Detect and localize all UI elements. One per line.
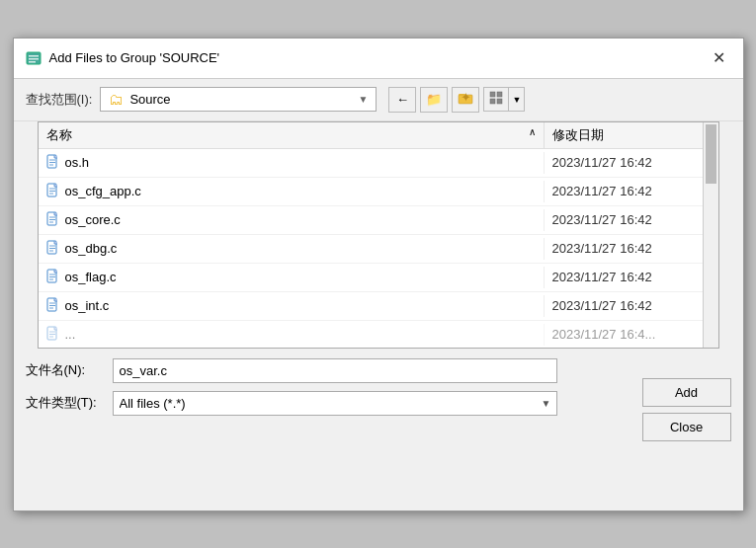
svg-rect-2 xyxy=(29,58,39,60)
svg-text:✦: ✦ xyxy=(461,90,471,105)
file-name-text: os_core.c xyxy=(65,212,121,227)
sort-arrow-icon: ∧ xyxy=(529,126,536,137)
filetype-label: 文件类型(T): xyxy=(26,394,105,412)
file-browser-container: 名称 ∧ 修改日期 os.h2023/11/27 16:42 os_cfg_ap… xyxy=(26,121,731,349)
new-folder-icon: ✦ xyxy=(458,90,473,109)
folder-dropdown[interactable]: 🗂 Source ▼ xyxy=(100,87,377,112)
dialog-title: Add Files to Group 'SOURCE' xyxy=(49,50,220,65)
file-date-cell: 2023/11/27 16:42 xyxy=(545,296,703,315)
file-name-text: os_flag.c xyxy=(65,270,117,284)
view-dropdown-arrow-icon: ▼ xyxy=(509,92,524,108)
filetype-select[interactable]: All files (*.*) xyxy=(113,391,557,416)
file-name-text: os_dbg.c xyxy=(65,241,118,256)
file-name-cell: os_cfg_app.c xyxy=(39,181,545,202)
file-icon xyxy=(46,211,59,229)
file-icon xyxy=(46,269,59,286)
file-name-cell: os_dbg.c xyxy=(39,238,545,260)
watermark: CSDN @kuuga ! xyxy=(14,422,743,443)
file-date-cell: 2023/11/27 16:42 xyxy=(545,153,703,172)
current-folder-label: Source xyxy=(129,92,170,107)
svg-rect-1 xyxy=(29,55,39,57)
filetype-select-wrapper: All files (*.*) ▼ xyxy=(113,391,557,416)
file-row[interactable]: os.h2023/11/27 16:42 xyxy=(39,149,703,178)
svg-rect-3 xyxy=(29,61,36,63)
file-icon xyxy=(46,183,59,200)
file-name-cell: os_core.c xyxy=(39,209,545,231)
file-row[interactable]: os_dbg.c2023/11/27 16:42 xyxy=(39,235,703,264)
svg-rect-8 xyxy=(497,92,502,97)
filename-input[interactable] xyxy=(113,358,557,383)
file-icon xyxy=(46,240,59,258)
file-list[interactable]: 名称 ∧ 修改日期 os.h2023/11/27 16:42 os_cfg_ap… xyxy=(39,122,703,348)
action-buttons: Add Close xyxy=(642,378,731,441)
col-date-header: 修改日期 xyxy=(545,122,703,148)
bottom-row: 文件名(N): 文件类型(T): All files (*.*) ▼ xyxy=(14,349,743,422)
scrollbar-thumb[interactable] xyxy=(706,124,716,184)
file-name-text: os_cfg_app.c xyxy=(65,184,141,198)
file-name-text: os.h xyxy=(65,155,90,170)
file-icon xyxy=(46,326,59,344)
filename-label: 文件名(N): xyxy=(26,361,105,379)
up-folder-button[interactable]: 📁 xyxy=(420,87,448,113)
look-in-label: 查找范围(I): xyxy=(26,91,93,109)
dialog-icon xyxy=(26,50,42,66)
file-icon xyxy=(46,154,59,172)
file-list-header: 名称 ∧ 修改日期 xyxy=(39,122,703,149)
file-row[interactable]: os_flag.c2023/11/27 16:42 xyxy=(39,264,703,292)
filetype-row: 文件类型(T): All files (*.*) ▼ xyxy=(26,391,731,416)
toolbar-actions: ← 📁 ✦ xyxy=(388,87,525,113)
file-date-cell: 2023/11/27 16:4... xyxy=(545,325,703,344)
title-bar-left: Add Files to Group 'SOURCE' xyxy=(26,50,220,66)
file-date-cell: 2023/11/27 16:42 xyxy=(545,268,703,286)
bottom-section: 文件名(N): 文件类型(T): All files (*.*) ▼ Add C… xyxy=(14,349,743,453)
close-icon[interactable]: ✕ xyxy=(708,46,731,70)
file-date-cell: 2023/11/27 16:42 xyxy=(545,239,703,258)
file-name-cell: os_flag.c xyxy=(39,267,545,288)
add-button[interactable]: Add xyxy=(642,378,731,407)
file-date-cell: 2023/11/27 16:42 xyxy=(545,210,703,229)
filename-row: 文件名(N): xyxy=(26,358,731,383)
file-row[interactable]: os_core.c2023/11/27 16:42 xyxy=(39,206,703,235)
title-bar: Add Files to Group 'SOURCE' ✕ xyxy=(14,39,743,79)
view-dropdown-button[interactable]: ▼ xyxy=(483,87,525,112)
file-rows-container: os.h2023/11/27 16:42 os_cfg_app.c2023/11… xyxy=(39,149,703,348)
file-name-cell: os.h xyxy=(39,152,545,174)
svg-rect-9 xyxy=(490,99,495,104)
back-icon: ← xyxy=(396,92,409,107)
file-row[interactable]: os_int.c2023/11/27 16:42 xyxy=(39,292,703,321)
scrollbar[interactable] xyxy=(703,122,718,348)
file-name-text: os_int.c xyxy=(65,298,110,313)
file-name-cell: os_int.c xyxy=(39,295,545,317)
file-icon xyxy=(46,297,59,315)
new-folder-button[interactable]: ✦ xyxy=(452,87,479,113)
add-files-dialog: Add Files to Group 'SOURCE' ✕ 查找范围(I): 🗂… xyxy=(13,38,744,511)
toolbar-row: 查找范围(I): 🗂 Source ▼ ← 📁 ✦ xyxy=(14,79,743,121)
up-folder-icon: 📁 xyxy=(426,92,442,107)
view-icon xyxy=(484,88,509,111)
file-name-cell: ... xyxy=(39,324,545,346)
file-row[interactable]: ...2023/11/27 16:4... xyxy=(39,321,703,348)
svg-rect-7 xyxy=(490,92,495,97)
file-browser: 名称 ∧ 修改日期 os.h2023/11/27 16:42 os_cfg_ap… xyxy=(38,121,719,349)
col-name-header: 名称 ∧ xyxy=(39,122,545,148)
back-button[interactable]: ← xyxy=(388,87,416,113)
dropdown-arrow-icon: ▼ xyxy=(358,94,368,105)
file-row[interactable]: os_cfg_app.c2023/11/27 16:42 xyxy=(39,178,703,206)
svg-rect-10 xyxy=(497,99,502,104)
close-dialog-button[interactable]: Close xyxy=(642,413,731,441)
folder-icon: 🗂 xyxy=(109,91,124,108)
file-date-cell: 2023/11/27 16:42 xyxy=(545,182,703,200)
file-name-text: ... xyxy=(65,327,76,342)
